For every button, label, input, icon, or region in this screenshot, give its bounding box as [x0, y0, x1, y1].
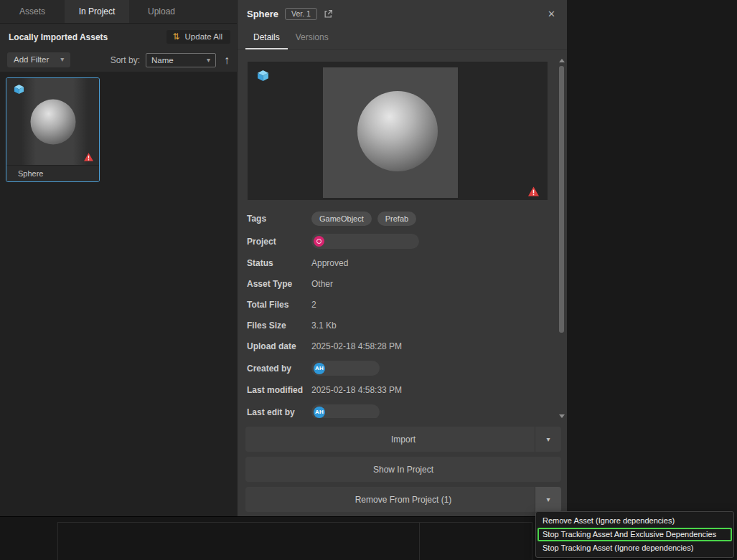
add-filter-button[interactable]: Add Filter ▾: [7, 52, 70, 67]
tag-pill: GameObject: [311, 212, 372, 226]
details-tab-bar: Details Versions: [238, 27, 567, 50]
action-buttons: Import ▾ Show In Project Remove From Pro…: [245, 427, 561, 517]
sort-field-value: Name: [151, 56, 174, 65]
remove-from-project-label: Remove From Project (1): [355, 495, 452, 505]
user-pill: AH: [311, 361, 380, 376]
avatar: AH: [314, 363, 325, 374]
field-value: 2: [311, 300, 316, 310]
close-icon[interactable]: ✕: [548, 9, 555, 19]
import-label: Import: [391, 435, 416, 445]
field-value: 2025-02-18 4:58:33 PM: [311, 385, 402, 395]
field-label: Last modified: [247, 385, 311, 395]
remove-options-context-menu: Remove Asset (Ignore dependencies) Stop …: [535, 511, 734, 558]
field-label: Last edit by: [247, 407, 311, 417]
scrollbar-thumb[interactable]: [559, 66, 564, 333]
show-in-project-button[interactable]: Show In Project: [245, 457, 561, 482]
section-header: Locally Imported Assets ⇅ Update All: [0, 24, 237, 47]
field-value: Other: [311, 279, 333, 289]
show-in-project-label: Show In Project: [373, 465, 433, 475]
chevron-down-icon: ▾: [60, 56, 64, 63]
field-label: Created by: [247, 364, 311, 374]
remove-from-project-button[interactable]: Remove From Project (1) ▾: [245, 487, 561, 512]
prefab-cube-icon: [257, 70, 269, 82]
warning-icon: [84, 153, 93, 161]
field-label: Project: [247, 237, 311, 247]
left-tab-bar: Assets In Project Upload: [0, 0, 237, 24]
menu-item-remove-asset[interactable]: Remove Asset (Ignore dependencies): [538, 514, 732, 528]
sphere-preview-large: [357, 91, 438, 171]
add-filter-label: Add Filter: [14, 55, 49, 64]
details-scroll-area: Tags GameObject Prefab Project Status Ap…: [245, 57, 550, 418]
import-dropdown-caret[interactable]: ▾: [535, 427, 561, 452]
field-label: Asset Type: [247, 279, 311, 289]
warning-icon: [528, 186, 539, 196]
sort-field-dropdown[interactable]: Name ▾: [146, 53, 216, 67]
update-all-button[interactable]: ⇅ Update All: [166, 30, 231, 44]
field-asset-type: Asset Type Other: [247, 277, 548, 290]
menu-item-stop-tracking-ignore[interactable]: Stop Tracking Asset (Ignore dependencies…: [538, 541, 732, 555]
sphere-preview-small: [30, 99, 75, 144]
project-pill: [311, 234, 419, 249]
field-value: 3.1 Kb: [311, 321, 337, 331]
field-total-files: Total Files 2: [247, 298, 548, 310]
editor-background: [567, 0, 737, 560]
field-created-by: Created by AH: [247, 361, 548, 376]
field-files-size: Files Size 3.1 Kb: [247, 319, 548, 331]
tab-in-project[interactable]: In Project: [65, 0, 129, 23]
tab-assets[interactable]: Assets: [0, 0, 65, 23]
user-pill: AH: [311, 404, 380, 418]
asset-card-sphere[interactable]: Sphere: [6, 77, 100, 182]
refresh-icon: ⇅: [173, 32, 180, 41]
field-project: Project: [247, 234, 548, 249]
field-status: Status Approved: [247, 257, 548, 269]
remove-dropdown-caret[interactable]: ▾: [535, 487, 561, 512]
background-table-outline: [57, 522, 420, 560]
version-badge: Ver. 1: [285, 8, 317, 20]
background-bottom-strip: [0, 516, 567, 560]
avatar: AH: [314, 407, 325, 418]
asset-preview: [248, 62, 548, 200]
app-window: Assets In Project Upload Locally Importe…: [0, 0, 737, 560]
field-label: Status: [247, 258, 311, 268]
import-button[interactable]: Import ▾: [245, 427, 561, 452]
field-value: Approved: [311, 258, 348, 268]
sort-by-label: Sort by:: [111, 55, 140, 65]
prefab-cube-icon: [14, 84, 24, 95]
field-label: Tags: [247, 214, 311, 224]
asset-title: Sphere: [247, 9, 278, 19]
tab-versions[interactable]: Versions: [288, 27, 337, 49]
asset-grid: Sphere: [0, 72, 237, 516]
chevron-down-icon: ▾: [207, 57, 210, 64]
asset-card-title: Sphere: [6, 165, 99, 181]
asset-details-panel: Sphere Ver. 1 ✕ Details Versions: [237, 0, 567, 516]
tab-upload[interactable]: Upload: [129, 0, 194, 23]
open-external-icon[interactable]: [324, 9, 333, 19]
tag-pill: Prefab: [377, 212, 416, 226]
asset-manager-left-panel: Assets In Project Upload Locally Importe…: [0, 0, 237, 516]
filter-row: Add Filter ▾ Sort by: Name ▾ ↑: [0, 47, 237, 75]
project-icon: [314, 236, 324, 247]
tab-details[interactable]: Details: [245, 27, 288, 49]
menu-item-stop-tracking-exclusive[interactable]: Stop Tracking Asset And Exclusive Depend…: [538, 528, 732, 541]
asset-thumbnail: [6, 78, 99, 165]
field-last-edit-by: Last edit by AH: [247, 404, 548, 418]
field-upload-date: Upload date 2025-02-18 4:58:28 PM: [247, 340, 548, 352]
field-last-modified: Last modified 2025-02-18 4:58:33 PM: [247, 384, 548, 396]
background-table-outline: [420, 522, 532, 560]
details-header: Sphere Ver. 1 ✕: [238, 0, 567, 24]
sort-direction-button[interactable]: ↑: [224, 54, 230, 66]
field-label: Upload date: [247, 341, 311, 351]
field-label: Files Size: [247, 321, 311, 331]
field-label: Total Files: [247, 300, 311, 310]
scrollbar-up-icon[interactable]: [559, 59, 565, 62]
scrollbar[interactable]: [558, 57, 565, 419]
section-title: Locally Imported Assets: [9, 32, 108, 42]
update-all-label: Update All: [185, 32, 222, 41]
field-tags: Tags GameObject Prefab: [247, 212, 548, 226]
scrollbar-down-icon[interactable]: [559, 414, 565, 418]
field-value: 2025-02-18 4:58:28 PM: [311, 341, 402, 351]
